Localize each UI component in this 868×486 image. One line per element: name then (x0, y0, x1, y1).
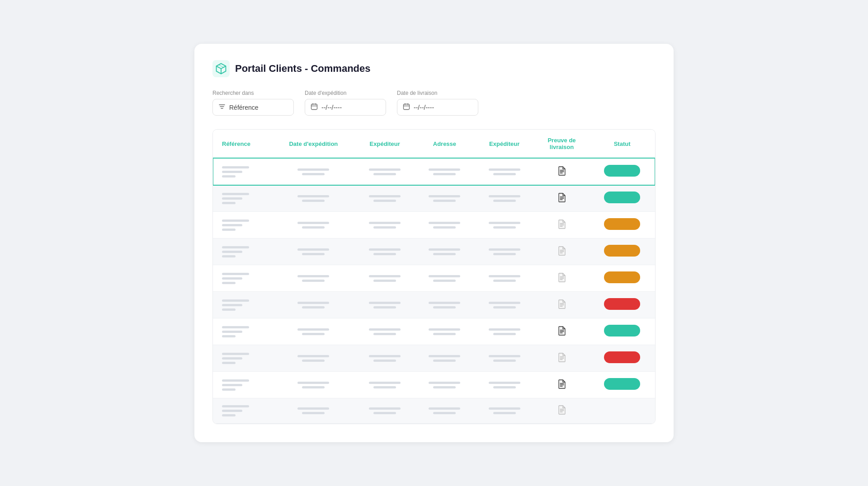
search-input[interactable]: Référence (212, 99, 294, 116)
cell-exp1 (355, 318, 415, 345)
search-value: Référence (229, 104, 259, 111)
cell-status (589, 398, 655, 424)
document-icon (557, 354, 566, 364)
document-icon (557, 274, 566, 284)
cell-reference (213, 372, 272, 398)
expedition-date-value: --/--/---- (321, 104, 342, 111)
header: Portail Clients - Commandes (212, 60, 656, 77)
cell-proof (534, 345, 589, 372)
cell-adresse (415, 212, 474, 238)
document-icon (557, 168, 566, 178)
cell-exp1 (355, 372, 415, 398)
page-title: Portail Clients - Commandes (235, 63, 371, 75)
cell-proof (534, 292, 589, 318)
table-row[interactable] (213, 185, 655, 212)
cell-proof (534, 398, 589, 424)
table-row[interactable] (213, 318, 655, 345)
cell-date (272, 372, 355, 398)
cell-proof[interactable] (534, 158, 589, 185)
expedition-date-input[interactable]: --/--/---- (305, 99, 386, 116)
cell-status (589, 292, 655, 318)
cell-status (589, 158, 655, 185)
orders-table-wrapper: Référence Date d'expédition Expéditeur A… (212, 129, 656, 424)
table-row[interactable] (213, 158, 655, 185)
table-row[interactable] (213, 345, 655, 372)
cell-adresse (415, 398, 474, 424)
table-row[interactable] (213, 265, 655, 292)
status-badge (604, 218, 640, 230)
cell-exp1 (355, 238, 415, 265)
table-row[interactable] (213, 398, 655, 424)
col-expediteur-2[interactable]: Expéditeur (475, 130, 534, 158)
document-icon (557, 301, 566, 311)
cell-date (272, 185, 355, 212)
table-row[interactable] (213, 372, 655, 398)
filters-bar: Rechercher dans Référence Date d'expédit… (212, 90, 656, 116)
col-date-expedition[interactable]: Date d'expédition (272, 130, 355, 158)
cell-exp2 (475, 158, 534, 185)
cell-date (272, 292, 355, 318)
cell-reference (213, 238, 272, 265)
livraison-date-value: --/--/---- (414, 104, 434, 111)
cell-exp2 (475, 372, 534, 398)
col-preuve-livraison[interactable]: Preuve delivraison (534, 130, 589, 158)
document-icon (557, 194, 566, 204)
svg-rect-2 (404, 104, 410, 110)
cell-status (589, 185, 655, 212)
col-statut[interactable]: Statut (589, 130, 655, 158)
cell-exp1 (355, 398, 415, 424)
cell-exp2 (475, 345, 534, 372)
orders-table: Référence Date d'expédition Expéditeur A… (213, 130, 655, 424)
status-badge (604, 245, 640, 257)
table-row[interactable] (213, 292, 655, 318)
cell-reference (213, 185, 272, 212)
cell-proof[interactable] (534, 318, 589, 345)
cell-date (272, 398, 355, 424)
cell-reference (213, 318, 272, 345)
cell-exp1 (355, 158, 415, 185)
document-icon (557, 327, 566, 337)
table-row[interactable] (213, 238, 655, 265)
livraison-filter-group: Date de livraison --/--/---- (397, 90, 478, 116)
cell-exp1 (355, 265, 415, 292)
table-row[interactable] (213, 212, 655, 238)
livraison-date-input[interactable]: --/--/---- (397, 99, 478, 116)
col-adresse[interactable]: Adresse (415, 130, 474, 158)
cell-status (589, 212, 655, 238)
cell-adresse (415, 292, 474, 318)
cell-proof (534, 212, 589, 238)
cell-date (272, 158, 355, 185)
cell-reference (213, 212, 272, 238)
document-icon (557, 221, 566, 231)
cell-reference (213, 265, 272, 292)
status-badge (604, 325, 640, 336)
status-badge (604, 378, 640, 390)
cell-reference (213, 345, 272, 372)
search-label: Rechercher dans (212, 90, 294, 96)
cell-exp2 (475, 238, 534, 265)
cell-date (272, 212, 355, 238)
col-reference[interactable]: Référence (213, 130, 272, 158)
cell-adresse (415, 185, 474, 212)
cell-exp1 (355, 185, 415, 212)
cell-exp2 (475, 265, 534, 292)
main-container: Portail Clients - Commandes Rechercher d… (194, 44, 674, 442)
calendar-livraison-icon (403, 103, 410, 112)
cell-exp1 (355, 345, 415, 372)
cell-reference (213, 398, 272, 424)
cell-proof (534, 265, 589, 292)
svg-rect-1 (311, 104, 317, 110)
cell-exp2 (475, 185, 534, 212)
logo-icon (212, 60, 230, 77)
cell-adresse (415, 372, 474, 398)
cell-exp2 (475, 292, 534, 318)
document-icon (557, 407, 566, 416)
cell-status (589, 345, 655, 372)
cell-proof[interactable] (534, 185, 589, 212)
cell-exp2 (475, 398, 534, 424)
col-expediteur-1[interactable]: Expéditeur (355, 130, 415, 158)
search-filter-group: Rechercher dans Référence (212, 90, 294, 116)
cell-adresse (415, 158, 474, 185)
status-badge (604, 192, 640, 203)
cell-proof[interactable] (534, 372, 589, 398)
